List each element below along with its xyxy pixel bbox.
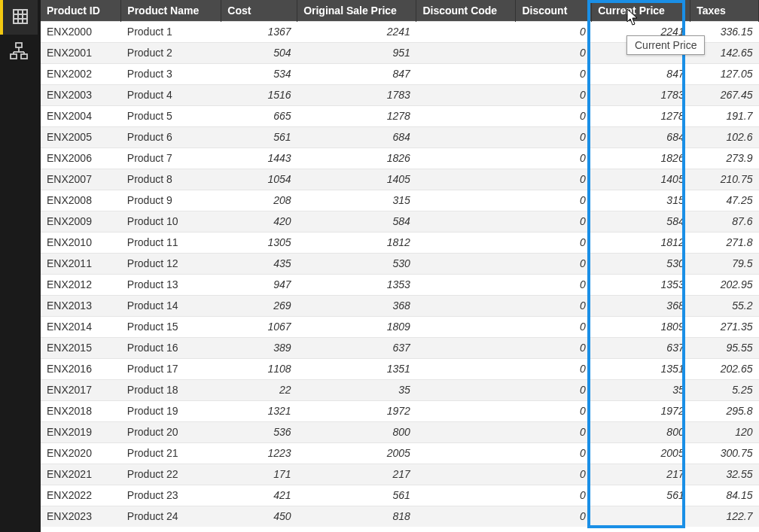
- header-taxes[interactable]: Taxes: [690, 0, 759, 21]
- cell-discount[interactable]: 0: [516, 42, 592, 63]
- cell-original-price[interactable]: 951: [297, 42, 416, 63]
- cell-original-price[interactable]: 2241: [297, 21, 416, 42]
- cell-product-name[interactable]: Product 1: [121, 21, 221, 42]
- cell-taxes[interactable]: 202.95: [690, 274, 759, 295]
- cell-original-price[interactable]: 684: [297, 126, 416, 147]
- sidebar-data-view[interactable]: [0, 0, 38, 35]
- cell-taxes[interactable]: 95.55: [690, 337, 759, 358]
- cell-cost[interactable]: 22: [221, 379, 297, 400]
- cell-discount-code[interactable]: [416, 126, 516, 147]
- header-discount-code[interactable]: Discount Code: [416, 0, 516, 21]
- header-product-id[interactable]: Product ID: [41, 0, 121, 21]
- table-row[interactable]: ENX2011Product 12435530053079.5: [41, 253, 759, 274]
- cell-product-name[interactable]: Product 18: [121, 379, 221, 400]
- cell-current-price[interactable]: 368: [592, 295, 690, 316]
- cell-current-price[interactable]: 1826: [592, 147, 690, 169]
- cell-product-name[interactable]: Product 9: [121, 190, 221, 211]
- cell-cost[interactable]: 435: [221, 253, 297, 274]
- cell-cost[interactable]: 1108: [221, 358, 297, 379]
- cell-product-name[interactable]: Product 7: [121, 147, 221, 169]
- cell-product-name[interactable]: Product 16: [121, 337, 221, 358]
- cell-discount-code[interactable]: [416, 506, 516, 527]
- cell-discount[interactable]: 0: [516, 274, 592, 295]
- cell-original-price[interactable]: 1405: [297, 169, 416, 190]
- cell-current-price[interactable]: 1972: [592, 400, 690, 421]
- cell-product-name[interactable]: Product 4: [121, 84, 221, 105]
- cell-current-price[interactable]: 637: [592, 337, 690, 358]
- cell-cost[interactable]: 536: [221, 421, 297, 442]
- cell-discount[interactable]: 0: [516, 442, 592, 464]
- cell-discount[interactable]: 0: [516, 211, 592, 232]
- cell-product-name[interactable]: Product 24: [121, 506, 221, 527]
- cell-current-price[interactable]: 1405: [592, 169, 690, 190]
- cell-product-id[interactable]: ENX2002: [41, 63, 121, 84]
- cell-product-name[interactable]: Product 6: [121, 126, 221, 147]
- cell-discount-code[interactable]: [416, 442, 516, 464]
- cell-current-price[interactable]: 584: [592, 211, 690, 232]
- cell-cost[interactable]: 1054: [221, 169, 297, 190]
- cell-original-price[interactable]: 1783: [297, 84, 416, 105]
- table-row[interactable]: ENX2013Product 14269368036855.2: [41, 295, 759, 316]
- table-row[interactable]: ENX2015Product 16389637063795.55: [41, 337, 759, 358]
- cell-product-name[interactable]: Product 12: [121, 253, 221, 274]
- cell-product-id[interactable]: ENX2017: [41, 379, 121, 400]
- cell-discount[interactable]: 0: [516, 105, 592, 126]
- cell-product-id[interactable]: ENX2019: [41, 421, 121, 442]
- cell-product-id[interactable]: ENX2010: [41, 232, 121, 253]
- cell-product-name[interactable]: Product 23: [121, 485, 221, 506]
- cell-current-price[interactable]: 800: [592, 421, 690, 442]
- cell-product-id[interactable]: ENX2008: [41, 190, 121, 211]
- cell-product-name[interactable]: Product 11: [121, 232, 221, 253]
- cell-current-price[interactable]: 684: [592, 126, 690, 147]
- table-row[interactable]: ENX2010Product 111305181201812271.8: [41, 232, 759, 253]
- cell-discount-code[interactable]: [416, 358, 516, 379]
- cell-cost[interactable]: 504: [221, 42, 297, 63]
- cell-discount-code[interactable]: [416, 421, 516, 442]
- cell-original-price[interactable]: 1812: [297, 232, 416, 253]
- table-row[interactable]: ENX2014Product 151067180901809271.35: [41, 316, 759, 337]
- cell-product-id[interactable]: ENX2016: [41, 358, 121, 379]
- cell-taxes[interactable]: 84.15: [690, 485, 759, 506]
- cell-current-price[interactable]: [592, 506, 690, 527]
- cell-cost[interactable]: 1443: [221, 147, 297, 169]
- cell-discount-code[interactable]: [416, 337, 516, 358]
- cell-discount[interactable]: 0: [516, 232, 592, 253]
- cell-original-price[interactable]: 800: [297, 421, 416, 442]
- cell-cost[interactable]: 1367: [221, 21, 297, 42]
- cell-original-price[interactable]: 847: [297, 63, 416, 84]
- cell-taxes[interactable]: 210.75: [690, 169, 759, 190]
- cell-original-price[interactable]: 315: [297, 190, 416, 211]
- cell-discount[interactable]: 0: [516, 63, 592, 84]
- table-row[interactable]: ENX2021Product 22171217021732.55: [41, 464, 759, 485]
- table-row[interactable]: ENX2008Product 9208315031547.25: [41, 190, 759, 211]
- table-row[interactable]: ENX2018Product 191321197201972295.8: [41, 400, 759, 421]
- cell-original-price[interactable]: 530: [297, 253, 416, 274]
- cell-cost[interactable]: 421: [221, 485, 297, 506]
- cell-product-id[interactable]: ENX2015: [41, 337, 121, 358]
- cell-discount-code[interactable]: [416, 147, 516, 169]
- cell-original-price[interactable]: 368: [297, 295, 416, 316]
- cell-discount-code[interactable]: [416, 274, 516, 295]
- cell-product-id[interactable]: ENX2013: [41, 295, 121, 316]
- table-row[interactable]: ENX2004Product 5665127801278191.7: [41, 105, 759, 126]
- cell-original-price[interactable]: 2005: [297, 442, 416, 464]
- cell-product-id[interactable]: ENX2014: [41, 316, 121, 337]
- cell-taxes[interactable]: 300.75: [690, 442, 759, 464]
- cell-product-id[interactable]: ENX2011: [41, 253, 121, 274]
- cell-discount[interactable]: 0: [516, 421, 592, 442]
- cell-product-id[interactable]: ENX2000: [41, 21, 121, 42]
- header-product-name[interactable]: Product Name: [121, 0, 221, 21]
- header-original-price[interactable]: Original Sale Price: [297, 0, 416, 21]
- cell-discount-code[interactable]: [416, 400, 516, 421]
- cell-original-price[interactable]: 35: [297, 379, 416, 400]
- cell-discount[interactable]: 0: [516, 253, 592, 274]
- cell-discount[interactable]: 0: [516, 147, 592, 169]
- cell-discount[interactable]: 0: [516, 21, 592, 42]
- cell-discount-code[interactable]: [416, 379, 516, 400]
- cell-taxes[interactable]: 122.7: [690, 506, 759, 527]
- cell-current-price[interactable]: 2005: [592, 442, 690, 464]
- cell-product-name[interactable]: Product 3: [121, 63, 221, 84]
- cell-discount[interactable]: 0: [516, 295, 592, 316]
- cell-taxes[interactable]: 267.45: [690, 84, 759, 105]
- cell-taxes[interactable]: 87.6: [690, 211, 759, 232]
